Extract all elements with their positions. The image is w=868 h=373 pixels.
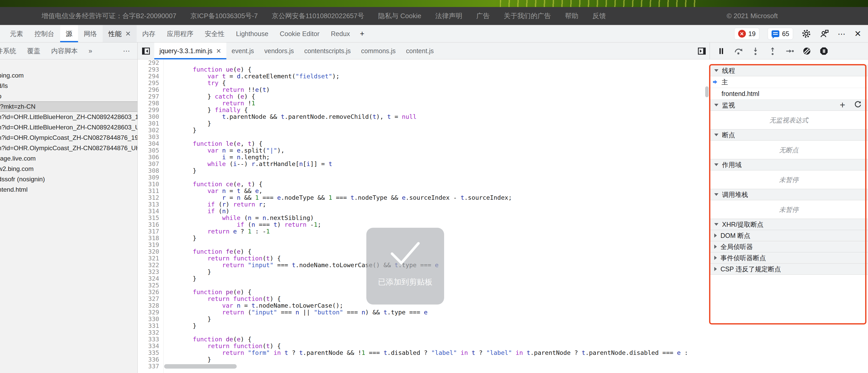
navigator-more-icon[interactable]: ⋯ <box>123 47 131 55</box>
line-number[interactable]: 299 <box>138 107 163 113</box>
section-header-监视[interactable]: 监视+ <box>710 99 868 111</box>
tab-Redux[interactable]: Redux <box>325 25 356 42</box>
line-number[interactable]: 300 <box>138 113 163 120</box>
section-header-XHR/提取断点[interactable]: XHR/提取断点 <box>710 219 868 230</box>
file-tree-item[interactable]: h?id=OHR.LittleBlueHeron_ZH-CN0892428603… <box>0 112 137 122</box>
file-tree-item[interactable]: dssofr (nosignin) <box>0 174 137 184</box>
step-out-icon[interactable] <box>768 47 777 56</box>
close-devtools-icon[interactable]: ✕ <box>854 29 861 39</box>
file-tree-item[interactable]: h?id=OHR.LittleBlueHeron_ZH-CN0892428603… <box>0 122 137 133</box>
line-number[interactable]: 292 <box>138 59 163 66</box>
footer-link[interactable]: 关于我们的广告 <box>504 11 551 21</box>
line-number[interactable]: 332 <box>138 329 163 336</box>
line-number[interactable]: 327 <box>138 295 163 302</box>
feedback-person-icon[interactable] <box>819 29 829 39</box>
line-number[interactable]: 330 <box>138 316 163 322</box>
tab-控制台[interactable]: 控制台 <box>29 25 60 42</box>
tab-网络[interactable]: 网络 <box>78 25 103 42</box>
line-number[interactable]: 315 <box>138 214 163 221</box>
file-tree-item[interactable]: rage.live.com <box>0 153 137 164</box>
line-number[interactable]: 337 <box>138 363 163 370</box>
error-count-badge[interactable]: ✕ 19 <box>734 28 760 40</box>
line-number[interactable]: 334 <box>138 343 163 349</box>
vertical-scrollbar[interactable] <box>705 86 709 97</box>
close-tab-icon[interactable]: ✕ <box>125 30 131 38</box>
collapse-navigator-icon[interactable] <box>138 42 154 59</box>
message-count-badge[interactable]: 65 <box>768 28 793 40</box>
line-number[interactable]: 318 <box>138 235 163 241</box>
horizontal-scrollbar[interactable] <box>164 364 237 369</box>
line-number[interactable]: 322 <box>138 262 163 268</box>
navigator-tab[interactable]: 件系统 <box>0 47 16 56</box>
footer-link[interactable]: 反馈 <box>592 11 606 21</box>
file-tree-item[interactable]: ntend.html <box>0 184 137 195</box>
source-tab[interactable]: vendors.js <box>259 42 299 59</box>
line-number[interactable]: 294 <box>138 73 163 80</box>
settings-gear-icon[interactable] <box>801 29 811 39</box>
source-tab[interactable]: contentscripts.js <box>299 42 356 59</box>
tab-内存[interactable]: 内存 <box>136 25 161 42</box>
line-number[interactable]: 331 <box>138 322 163 329</box>
section-header-作用域[interactable]: 作用域 <box>710 159 868 170</box>
footer-link[interactable]: 增值电信业务经营许可证：合字B2-20090007 <box>41 11 176 21</box>
line-number[interactable]: 336 <box>138 356 163 363</box>
tab-Cookie Editor[interactable]: Cookie Editor <box>274 25 325 42</box>
section-header-DOM 断点[interactable]: DOM 断点 <box>710 230 868 241</box>
line-number[interactable]: 312 <box>138 194 163 201</box>
close-tab-icon[interactable]: ✕ <box>216 48 221 55</box>
step-icon[interactable] <box>785 47 794 56</box>
line-number[interactable]: 296 <box>138 86 163 93</box>
refresh-icon[interactable] <box>854 101 862 110</box>
line-number[interactable]: 301 <box>138 120 163 127</box>
source-tab[interactable]: commons.js <box>356 42 401 59</box>
source-tab[interactable]: jquery-3.3.1.min.js✕ <box>154 42 226 59</box>
tab-安全性[interactable]: 安全性 <box>199 25 230 42</box>
section-header-事件侦听器断点[interactable]: 事件侦听器断点 <box>710 252 868 263</box>
footer-link[interactable]: 京公网安备11010802022657号 <box>272 11 364 21</box>
pause-icon[interactable] <box>717 47 726 56</box>
line-number[interactable]: 316 <box>138 221 163 228</box>
line-number[interactable]: 310 <box>138 181 163 188</box>
line-number[interactable]: 319 <box>138 241 163 248</box>
file-tree-item[interactable]: h?id=OHR.OlympicCoast_ZH-CN0827844876_UH <box>0 143 137 153</box>
tab-源[interactable]: 源 <box>60 25 78 42</box>
section-header-CSP 违反了规定断点[interactable]: CSP 违反了规定断点 <box>710 263 868 275</box>
navigator-tab[interactable]: 覆盖 <box>27 47 40 56</box>
line-number[interactable]: 323 <box>138 268 163 275</box>
line-number[interactable]: 308 <box>138 167 163 174</box>
line-number[interactable]: 302 <box>138 127 163 134</box>
line-number[interactable]: 314 <box>138 208 163 214</box>
navigator-tab[interactable]: » <box>89 47 92 55</box>
line-number[interactable]: 325 <box>138 282 163 289</box>
file-tree-item[interactable]: w2.bing.com <box>0 164 137 174</box>
step-over-icon[interactable] <box>734 47 743 56</box>
section-header-全局侦听器[interactable]: 全局侦听器 <box>710 241 868 252</box>
footer-link[interactable]: 京ICP备10036305号-7 <box>190 11 258 21</box>
footer-link[interactable]: 法律声明 <box>435 11 462 21</box>
tab-Lighthouse[interactable]: Lighthouse <box>230 25 274 42</box>
line-number[interactable]: 335 <box>138 349 163 356</box>
line-number[interactable]: 306 <box>138 154 163 161</box>
line-number[interactable]: 303 <box>138 134 163 140</box>
line-number[interactable]: 293 <box>138 66 163 73</box>
line-number[interactable]: 313 <box>138 201 163 208</box>
footer-link[interactable]: 帮助 <box>565 11 579 21</box>
line-number[interactable]: 305 <box>138 147 163 154</box>
expand-debugger-icon[interactable] <box>697 42 707 59</box>
line-number[interactable]: 309 <box>138 174 163 181</box>
file-tree-item[interactable]: d/ls <box>0 81 137 91</box>
section-header-线程[interactable]: 线程 <box>710 65 868 76</box>
line-number[interactable]: 307 <box>138 161 163 167</box>
line-number[interactable]: 295 <box>138 80 163 86</box>
tab-应用程序[interactable]: 应用程序 <box>161 25 199 42</box>
thread-item[interactable]: 主 <box>710 76 868 88</box>
footer-link[interactable]: 广告 <box>476 11 490 21</box>
line-number[interactable]: 329 <box>138 309 163 316</box>
source-tab[interactable]: content.js <box>401 42 439 59</box>
file-tree-item[interactable]: p <box>0 91 137 102</box>
line-number[interactable]: 320 <box>138 248 163 255</box>
thread-item[interactable]: frontend.html <box>710 88 868 99</box>
section-header-断点[interactable]: 断点 <box>710 129 868 141</box>
line-number[interactable]: 324 <box>138 275 163 282</box>
add-watch-icon[interactable]: + <box>840 101 845 110</box>
